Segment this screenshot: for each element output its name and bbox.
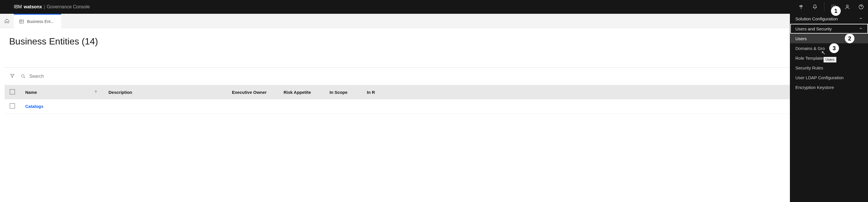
app-header: IBM watsonx | Governance Console bbox=[0, 0, 868, 14]
sort-name-button[interactable] bbox=[94, 90, 98, 95]
chevron-up-icon bbox=[859, 26, 863, 31]
cursor-pointer-icon: ↖ bbox=[821, 49, 826, 56]
panel-section-users-security[interactable]: Users and Security bbox=[790, 24, 868, 34]
help-icon bbox=[858, 4, 864, 10]
chevron-down-icon bbox=[859, 16, 863, 21]
settings-panel: Solution Configuration Users and Securit… bbox=[790, 14, 868, 202]
filter-icon bbox=[10, 73, 15, 78]
panel-item-label: Users bbox=[795, 36, 807, 41]
header-row: Name Description Executive Owner Risk Ap… bbox=[5, 85, 863, 99]
annotation-badge-1: 1 bbox=[831, 6, 841, 16]
tab-business-entities[interactable]: Business Ent... bbox=[14, 14, 61, 28]
panel-label: Users and Security bbox=[795, 26, 832, 31]
row-checkbox[interactable] bbox=[10, 103, 15, 108]
arrow-up-icon bbox=[94, 90, 98, 94]
col-description[interactable]: Description bbox=[108, 90, 132, 95]
svg-point-4 bbox=[22, 75, 24, 77]
tooltip-users: Users bbox=[824, 57, 836, 63]
user-icon bbox=[844, 4, 850, 10]
filter-button[interactable] bbox=[10, 73, 15, 79]
col-risk-appetite[interactable]: Risk Appetite bbox=[284, 90, 311, 95]
panel-item-label: User LDAP Configuration bbox=[795, 75, 844, 80]
annotation-badge-2: 2 bbox=[844, 33, 855, 44]
brand-separator: | bbox=[43, 4, 45, 9]
home-icon bbox=[4, 19, 9, 24]
search-box[interactable] bbox=[21, 74, 847, 79]
panel-section-solution-config[interactable]: Solution Configuration bbox=[790, 14, 868, 24]
panel-item-encryption-keystore[interactable]: Encryption Keystore bbox=[790, 82, 868, 92]
panel-item-user-ldap[interactable]: User LDAP Configuration bbox=[790, 73, 868, 82]
bell-icon bbox=[812, 4, 818, 10]
home-tab[interactable] bbox=[0, 14, 14, 28]
brand-subtitle: Governance Console bbox=[47, 4, 90, 9]
entity-link[interactable]: Catalogs bbox=[25, 104, 43, 109]
search-input[interactable] bbox=[29, 74, 115, 79]
brand-ibm: IBM bbox=[14, 4, 22, 9]
grid-wrap: ✓ Name Description bbox=[5, 67, 863, 114]
annotation-badge-3: 3 bbox=[829, 43, 839, 54]
hamburger-menu-button[interactable] bbox=[0, 0, 14, 14]
table-row[interactable]: Catalogs bbox=[5, 99, 863, 114]
grid-toolbar: ✓ bbox=[5, 68, 863, 85]
signpost-button[interactable] bbox=[794, 0, 808, 14]
panel-item-security-rules[interactable]: Security Rules bbox=[790, 63, 868, 73]
tab-strip: Business Ent... bbox=[0, 14, 868, 28]
tab-label: Business Ent... bbox=[27, 19, 54, 24]
grid-icon bbox=[19, 19, 24, 24]
col-name[interactable]: Name bbox=[25, 90, 37, 95]
panel-item-users[interactable]: Users bbox=[790, 34, 868, 43]
col-in-rcsa[interactable]: In R bbox=[367, 90, 375, 95]
help-button[interactable] bbox=[854, 0, 868, 14]
panel-item-label: Role Templates bbox=[795, 56, 825, 61]
col-executive-owner[interactable]: Executive Owner bbox=[232, 90, 267, 95]
page-body: Business Entities (14) ✓ Name bbox=[0, 28, 868, 114]
svg-point-1 bbox=[846, 5, 848, 7]
notifications-button[interactable] bbox=[808, 0, 822, 14]
panel-item-label: Security Rules bbox=[795, 65, 823, 70]
col-in-scope[interactable]: In Scope bbox=[330, 90, 348, 95]
svg-rect-3 bbox=[20, 20, 24, 23]
panel-item-label: Encryption Keystore bbox=[795, 85, 834, 90]
panel-label: Solution Configuration bbox=[795, 16, 838, 21]
signpost-icon bbox=[798, 4, 804, 10]
header-divider bbox=[824, 2, 825, 11]
brand-product: watsonx bbox=[24, 4, 42, 9]
hamburger-icon bbox=[0, 0, 14, 14]
data-grid: Name Description Executive Owner Risk Ap… bbox=[5, 85, 863, 114]
page-title: Business Entities (14) bbox=[0, 28, 868, 47]
user-button[interactable] bbox=[840, 0, 854, 14]
select-all-checkbox[interactable] bbox=[10, 89, 15, 94]
brand-block: IBM watsonx | Governance Console bbox=[14, 4, 90, 9]
panel-item-label: Domains & Gro bbox=[795, 46, 825, 51]
search-icon bbox=[21, 74, 26, 79]
